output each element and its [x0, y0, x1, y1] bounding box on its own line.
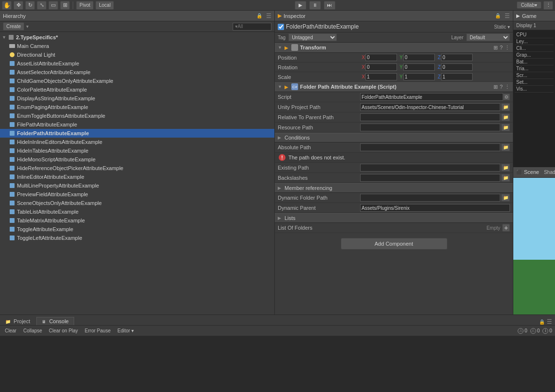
hierarchy-menu-icon[interactable]: ☰ — [266, 13, 271, 19]
rotation-y-input[interactable]: 0 — [403, 63, 435, 71]
transform-action-menu[interactable]: ⋮ — [505, 45, 510, 51]
profiler-vis[interactable]: Vis... — [515, 86, 554, 93]
scale-z-input[interactable]: 1 — [441, 73, 473, 80]
tag-select[interactable]: Untagged — [288, 33, 337, 41]
dynamic-folder-path-input[interactable] — [360, 194, 500, 202]
toolbar-icon-hand[interactable]: ✋ — [2, 1, 12, 10]
script-pick-button[interactable]: ⊙ — [503, 94, 510, 100]
position-y-input[interactable]: 0 — [403, 54, 435, 61]
relative-to-parent-input[interactable] — [360, 113, 500, 121]
list-item[interactable]: ColorPaletteAttributeExample — [0, 85, 274, 94]
toolbar-icon-rotate[interactable]: ↻ — [25, 1, 35, 10]
bottom-lock-icon[interactable]: 🔒 — [539, 319, 545, 325]
list-item[interactable]: SceneObjectsOnlyAttributeExample — [0, 199, 274, 207]
transform-component-header[interactable]: ▼ ▶ Transform ⊞ ? ⋮ — [275, 43, 513, 53]
list-item[interactable]: HideInInlineEditorsAttributeExample — [0, 138, 274, 146]
hierarchy-item-root[interactable]: ▼ 2.TypeSpecifics* — [0, 33, 274, 42]
folder-path-action-menu[interactable]: ⋮ — [505, 84, 510, 90]
backslashes-input[interactable] — [360, 174, 500, 182]
profiler-grap[interactable]: Grap... — [515, 52, 554, 59]
go-active-checkbox[interactable] — [278, 24, 284, 30]
toolbar-icon-rect[interactable]: ▭ — [48, 1, 58, 10]
profiler-cli[interactable]: Cli... — [515, 45, 554, 52]
script-input[interactable]: FolderPathAttributeExample — [360, 93, 503, 101]
resource-path-folder-btn[interactable]: 📁 — [501, 124, 510, 131]
scale-x-input[interactable]: 1 — [365, 73, 397, 80]
toolbar-icon-transform[interactable]: ⊞ — [60, 1, 70, 10]
tab-console[interactable]: 🖥 Console — [36, 317, 74, 325]
hierarchy-item-selected[interactable]: FolderPathAttributeExample — [0, 129, 274, 138]
list-item[interactable]: HideInTablesAttributeExample — [0, 146, 274, 155]
absolute-path-folder-btn[interactable]: 📁 — [501, 143, 510, 151]
existing-path-folder-btn[interactable]: 📁 — [501, 164, 510, 172]
pause-button[interactable]: ⏸ — [309, 1, 321, 10]
profiler-set[interactable]: Set... — [515, 79, 554, 86]
list-item[interactable]: TableMatrixAttributeExample — [0, 216, 274, 225]
list-item[interactable]: MultiLinePropertyAttributeExample — [0, 181, 274, 190]
list-item[interactable]: DisplayAsStringAttributeExample — [0, 94, 274, 103]
clear-button[interactable]: Clear — [3, 328, 18, 334]
list-add-button[interactable]: + — [502, 224, 510, 232]
backslashes-folder-btn[interactable]: 📁 — [501, 174, 510, 182]
collapse-button[interactable]: Collapse — [21, 328, 44, 334]
conditions-section-header[interactable]: ▶ Conditions — [275, 133, 513, 142]
inspector-menu-icon[interactable]: ☰ — [505, 13, 510, 19]
folder-path-action-info[interactable]: ? — [500, 84, 503, 90]
unity-project-path-input[interactable]: Assets/Scenes/Odin-Inspector-Chinese-Tut… — [360, 103, 500, 111]
step-button[interactable]: ⏭ — [324, 1, 335, 10]
bottom-menu-icon[interactable]: ☰ — [547, 318, 552, 325]
rotation-x-input[interactable]: 0 — [365, 63, 397, 71]
unity-project-path-folder-btn[interactable]: 📁 — [501, 103, 510, 111]
play-button[interactable]: ▶ — [295, 1, 306, 10]
dynamic-parent-input[interactable]: Assets/Plugins/Sirenix — [360, 204, 510, 212]
pivot-button[interactable]: Pivot — [76, 1, 94, 10]
profiler-ley[interactable]: Ley... — [515, 38, 554, 45]
list-item[interactable]: TableListAttributeExample — [0, 207, 274, 216]
error-pause-button[interactable]: Error Pause — [83, 328, 112, 334]
toolbar-icon-scale[interactable]: ⤡ — [37, 1, 47, 10]
list-item[interactable]: ToggleLeftAttributeExample — [0, 234, 274, 242]
profiler-scr[interactable]: Scr... — [515, 72, 554, 79]
transform-action-info[interactable]: ? — [500, 45, 503, 51]
toolbar-icon-more[interactable]: ⋮ — [543, 1, 553, 10]
list-item[interactable]: EnumToggleButtonsAttributeExample — [0, 111, 274, 120]
member-ref-section-header[interactable]: ▶ Member referencing — [275, 183, 513, 193]
tab-project[interactable]: 📁 Project — [0, 317, 35, 325]
lists-section-header[interactable]: ▶ Lists — [275, 213, 513, 223]
list-item[interactable]: HideReferenceObjectPickerAttributeExampl… — [0, 164, 274, 172]
editor-button[interactable]: Editor ▾ — [115, 328, 136, 334]
folder-path-action-grid[interactable]: ⊞ — [493, 84, 498, 90]
hierarchy-item-camera[interactable]: Main Camera — [0, 42, 274, 50]
collab-button[interactable]: Collab▾ — [517, 1, 541, 9]
list-item[interactable]: EnumPagingAttributeExample — [0, 103, 274, 111]
clear-on-play-button[interactable]: Clear on Play — [47, 328, 80, 334]
folder-path-component-header[interactable]: ▼ ▶ C# Folder Path Attribute Example (Sc… — [275, 82, 513, 92]
hierarchy-item-light[interactable]: Directional Light — [0, 50, 274, 59]
position-x-input[interactable]: 0 — [365, 54, 397, 61]
inspector-lock-icon[interactable]: 🔒 — [495, 13, 501, 18]
profiler-tria[interactable]: Tria... — [515, 65, 554, 72]
hierarchy-search-input[interactable] — [233, 23, 271, 31]
create-button[interactable]: Create — [3, 22, 24, 31]
existing-path-input[interactable] — [360, 164, 500, 172]
create-dropdown-arrow[interactable]: ▾ — [26, 24, 29, 29]
display-item[interactable]: Display 1 — [513, 21, 555, 30]
profiler-cpu[interactable]: CPU — [515, 31, 554, 38]
scale-y-input[interactable]: 1 — [403, 73, 435, 80]
relative-to-parent-folder-btn[interactable]: 📁 — [501, 113, 510, 121]
list-item[interactable]: InlineEditorAttributeExample — [0, 172, 274, 181]
rotation-z-input[interactable]: 0 — [441, 63, 473, 71]
list-item[interactable]: ToggleAttributeExample — [0, 225, 274, 234]
list-item[interactable]: ChildGameObjectsOnlyAttributeExample — [0, 77, 274, 85]
absolute-path-input[interactable] — [360, 143, 500, 151]
hierarchy-lock-icon[interactable]: 🔒 — [256, 13, 262, 18]
profiler-bat[interactable]: Bat... — [515, 59, 554, 65]
list-item[interactable]: AssetListAttributeExample — [0, 59, 274, 68]
add-component-button[interactable]: Add Component — [341, 238, 447, 250]
layer-select[interactable]: Default — [466, 33, 510, 41]
list-item[interactable]: AssetSelectorAttributeExample — [0, 68, 274, 77]
dynamic-folder-path-folder-btn[interactable]: 📁 — [501, 194, 510, 202]
list-item[interactable]: PreviewFieldAttributeExample — [0, 190, 274, 199]
position-z-input[interactable]: 0 — [441, 54, 473, 61]
list-item[interactable]: FilePathAttributeExample — [0, 120, 274, 129]
